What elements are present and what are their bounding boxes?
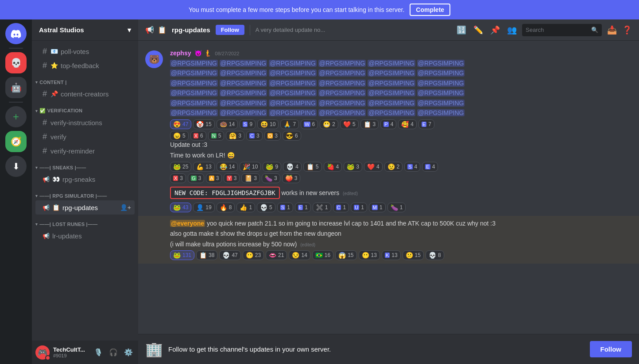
reaction-item[interactable]: S9	[240, 119, 256, 129]
reaction-item[interactable]: 🍓4	[324, 162, 342, 172]
reaction-item[interactable]: 😠5	[170, 131, 189, 141]
reaction-item[interactable]: 💀8	[426, 250, 444, 260]
channel-item-top-feedback[interactable]: # ⭐ top-feedback	[35, 58, 135, 73]
add-server-icon[interactable]: +	[5, 106, 27, 127]
channel-item-verify[interactable]: # verify	[35, 130, 135, 144]
reaction-item[interactable]: 😎6	[283, 131, 301, 141]
reaction-item[interactable]: ❤️5	[340, 119, 359, 129]
reaction-item[interactable]: 💪13	[193, 162, 214, 172]
discord-home-icon[interactable]	[5, 23, 27, 44]
reaction-item[interactable]: 😂14	[217, 162, 238, 172]
server-icon-robot[interactable]: 🤖	[5, 77, 27, 98]
reaction-item[interactable]: W6	[301, 119, 318, 129]
reaction-item[interactable]: N5	[208, 131, 225, 141]
reaction-item[interactable]: 🔥8	[217, 203, 235, 212]
add-user-icon[interactable]: 👤+	[120, 204, 131, 211]
reaction-item[interactable]: C1	[333, 203, 349, 212]
reaction-item[interactable]: 🇧🇷16	[312, 250, 333, 260]
reaction-item[interactable]: K13	[382, 250, 401, 260]
reaction-item[interactable]: 😒14	[289, 250, 310, 260]
reaction-item[interactable]: 🥰4	[398, 119, 417, 129]
reaction-item[interactable]: S1	[277, 203, 293, 212]
members-icon[interactable]: 👥	[507, 25, 517, 35]
reaction-item[interactable]: 🤗3	[226, 131, 244, 141]
reaction-item[interactable]: 😍47	[170, 119, 191, 129]
reaction-item[interactable]: 👍1	[236, 203, 255, 212]
reaction-item[interactable]: 📋38	[196, 250, 217, 260]
hashtag-icon[interactable]: 🔢	[457, 25, 466, 35]
inbox-icon[interactable]: 📥	[607, 25, 617, 35]
deafen-button[interactable]: 🎧	[107, 346, 120, 358]
reaction-item[interactable]: 🙏7	[280, 119, 299, 129]
reaction-item[interactable]: 😱15	[335, 250, 356, 260]
explore-icon[interactable]: 🧭	[5, 131, 27, 152]
reaction-item[interactable]: ❤️4	[364, 162, 383, 172]
reaction-item[interactable]: 📋5	[303, 162, 322, 172]
reaction-item[interactable]: G3	[188, 173, 204, 183]
reaction-item[interactable]: 👄21	[266, 250, 287, 260]
reaction-item[interactable]: E4	[422, 162, 438, 172]
server-icon-skull[interactable]: 💀	[5, 52, 27, 73]
reaction-item[interactable]: 🍩14	[217, 119, 238, 129]
category-lost-runes[interactable]: ▾ ——| LOST RUNES |——	[32, 215, 138, 229]
reaction-item[interactable]: 😟2	[384, 162, 403, 172]
channel-item-content-creators[interactable]: # 📌 content-creators	[35, 87, 135, 101]
search-box[interactable]: Search 🔍	[522, 24, 602, 36]
reaction-item[interactable]: 👤19	[193, 203, 214, 212]
category-sneaks[interactable]: ▾ ——| SNEAKS |——	[32, 158, 138, 172]
reaction-item[interactable]: 🐸9	[263, 162, 281, 172]
category-rpg-simulator[interactable]: ▾ ——| RPG SIMULATOR |——	[32, 186, 138, 200]
reaction-item[interactable]: M1	[369, 203, 386, 212]
reaction-item[interactable]: S4	[404, 162, 420, 172]
reaction-item[interactable]: 🎉10	[240, 162, 261, 172]
reaction-item[interactable]: E7	[418, 119, 434, 129]
reaction-item[interactable]: O3	[264, 131, 281, 141]
server-name-header[interactable]: Astral Studios ▾	[32, 19, 138, 41]
channel-item-lr-updates[interactable]: 📢 lr-updates	[35, 229, 135, 243]
reaction-item[interactable]: 😶13	[359, 250, 380, 260]
reaction-item[interactable]: 😬2	[320, 119, 338, 129]
reaction-item[interactable]: 🐸131	[170, 250, 194, 260]
channel-follow-button[interactable]: Follow	[216, 25, 244, 35]
reaction-item[interactable]: 📔3	[241, 173, 260, 183]
message-author-1[interactable]: zephsy	[170, 50, 191, 57]
reaction-item[interactable]: 🍑3	[282, 173, 301, 183]
reaction-item[interactable]: 😆10	[257, 119, 279, 129]
reaction-item[interactable]: X3	[170, 173, 186, 183]
reaction-item[interactable]: 🍆3	[262, 173, 280, 183]
reaction-item[interactable]: ✖️1	[313, 203, 331, 212]
reaction-item[interactable]: Y3	[224, 173, 240, 183]
edit-icon[interactable]: ✏️	[473, 25, 483, 35]
reaction-item[interactable]: U1	[351, 203, 367, 212]
category-verification[interactable]: ▾ ✅ VERIFICATION	[32, 101, 138, 115]
channel-item-rpg-sneaks[interactable]: 📢 👀 rpg-sneaks	[35, 172, 135, 186]
channel-item-verify-instructions[interactable]: # verify-instructions	[35, 115, 135, 130]
reaction-item[interactable]: 😶23	[243, 250, 264, 260]
reaction-item[interactable]: P4	[380, 119, 396, 129]
reaction-item[interactable]: X6	[190, 131, 206, 141]
reaction-item[interactable]: 🐸25	[170, 162, 191, 172]
reaction-item[interactable]: 🐸3	[344, 162, 362, 172]
reaction-item[interactable]: 💀5	[257, 203, 275, 212]
reaction-item[interactable]: 😕15	[403, 250, 424, 260]
reaction-item[interactable]: A3	[206, 173, 222, 183]
download-icon[interactable]: ⬇	[5, 156, 27, 177]
category-content[interactable]: ▾ CONTENT |	[32, 73, 138, 87]
complete-button[interactable]: Complete	[410, 4, 450, 16]
mute-button[interactable]: 🎙️	[92, 346, 105, 358]
follow-banner-button[interactable]: Follow	[590, 341, 632, 357]
reaction-item[interactable]: 🍆1	[387, 203, 406, 212]
reaction-item[interactable]: E1	[295, 203, 311, 212]
settings-button[interactable]: ⚙️	[122, 346, 135, 358]
reaction-item[interactable]: 🤡15	[193, 119, 214, 129]
channel-item-rpg-updates[interactable]: 📢 📋 rpg-updates 👤+	[35, 200, 135, 215]
reaction-item[interactable]: 💀4	[283, 162, 302, 172]
reaction-item[interactable]: 💀47	[219, 250, 240, 260]
channel-item-verify-reminder[interactable]: # verify-reminder	[35, 144, 135, 158]
reaction-item[interactable]: 🐸43	[170, 203, 191, 212]
reaction-item[interactable]: 📋3	[360, 119, 379, 129]
pin-icon[interactable]: 📌	[490, 25, 500, 35]
channel-item-poll-votes[interactable]: # 📧 poll-votes	[35, 44, 135, 58]
reaction-item[interactable]: C3	[246, 131, 263, 141]
help-icon[interactable]: ❓	[622, 25, 632, 35]
